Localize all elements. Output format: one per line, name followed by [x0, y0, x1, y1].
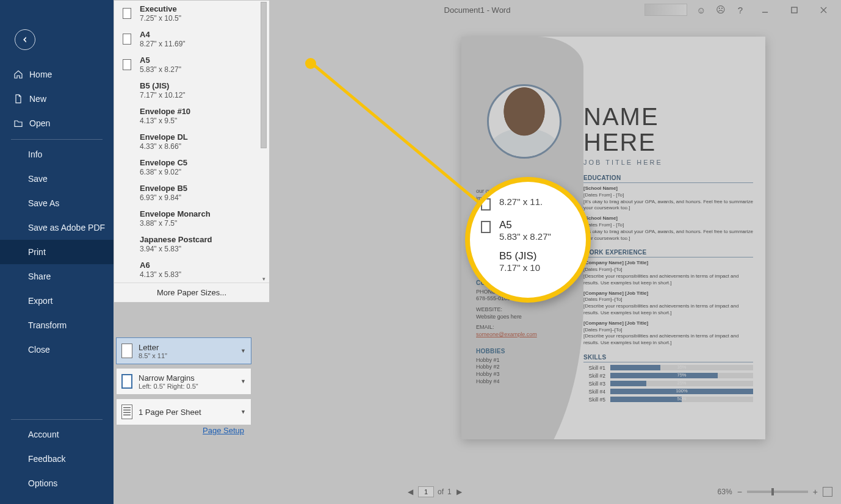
- sidebar-item-save[interactable]: Save: [0, 167, 114, 191]
- sidebar-item-save-as-adobe-pdf[interactable]: Save as Adobe PDF: [0, 215, 114, 240]
- sidebar-item-export[interactable]: Export: [0, 289, 114, 313]
- dropdown-scrollbar[interactable]: ▾: [259, 2, 268, 283]
- backstage-sidebar: HomeNewOpen InfoSaveSave AsSave as Adobe…: [0, 0, 114, 504]
- minimize-button[interactable]: [754, 2, 775, 17]
- paper-size-option[interactable]: Envelope B56.93" x 9.84": [114, 180, 269, 206]
- skill-bar: 50%: [610, 397, 753, 402]
- school-name: [School Name]: [583, 215, 753, 222]
- paper-size-dim: 8.5" x 11": [139, 352, 167, 359]
- page-icon: [123, 59, 131, 70]
- paper-size-option[interactable]: A64.13" x 5.83": [114, 257, 269, 283]
- page-total: 1: [447, 488, 452, 496]
- sidebar-item-label: Export: [28, 296, 52, 306]
- pages-per-sheet-label: 1 Page Per Sheet: [139, 408, 201, 417]
- sidebar-item-transform[interactable]: Transform: [0, 313, 114, 337]
- skill-bar: 35%: [610, 365, 753, 370]
- paper-option-dim: 4.33" x 8.66": [140, 142, 188, 151]
- zoom-to-fit-button[interactable]: [823, 487, 832, 497]
- user-account-pill[interactable]: [644, 4, 687, 16]
- skill-label: Skill #4: [583, 389, 605, 395]
- sidebar-item-open[interactable]: Open: [0, 111, 114, 135]
- mag-row3-name: B5 (JIS): [499, 250, 540, 262]
- skill-label: Skill #5: [583, 397, 605, 403]
- svg-rect-1: [791, 7, 796, 12]
- paper-option-dim: 7.17" x 10.12": [140, 91, 186, 99]
- paper-size-option[interactable]: Japanese Postcard3.94" x 5.83": [114, 231, 269, 257]
- company-line: [Company Name] [Job Title]: [583, 320, 753, 327]
- paper-size-option[interactable]: Envelope #104.13" x 9.5": [114, 103, 269, 129]
- sidebar-item-new[interactable]: New: [0, 87, 114, 111]
- paper-option-dim: 3.94" x 5.83": [140, 245, 212, 253]
- sidebar-item-home[interactable]: Home: [0, 62, 114, 87]
- sidebar-item-options[interactable]: Options: [0, 471, 114, 495]
- next-page-button[interactable]: ▶: [455, 488, 463, 496]
- page-number-input[interactable]: [418, 486, 434, 497]
- smile-feedback-icon[interactable]: ☺: [696, 4, 707, 15]
- zoom-out-button[interactable]: −: [737, 487, 742, 497]
- frown-feedback-icon[interactable]: ☹: [715, 4, 726, 15]
- paper-size-option[interactable]: Executive7.25" x 10.5": [114, 1, 269, 26]
- zoom-in-button[interactable]: +: [813, 487, 818, 497]
- paper-option-dim: 5.83" x 8.27": [140, 65, 181, 74]
- paper-option-dim: 8.27" x 11.69": [140, 40, 186, 48]
- sidebar-item-label: Save As: [28, 198, 59, 208]
- paper-option-name: Envelope #10: [140, 107, 190, 116]
- sidebar-item-share[interactable]: Share: [0, 264, 114, 289]
- sidebar-item-account[interactable]: Account: [0, 422, 114, 447]
- sidebar-divider: [11, 139, 103, 140]
- page-navigator: ◀ of 1 ▶: [406, 486, 463, 497]
- pages-per-sheet-selector[interactable]: 1 Page Per Sheet ▼: [116, 398, 251, 425]
- help-icon[interactable]: ?: [735, 4, 746, 15]
- margins-name: Narrow Margins: [139, 373, 198, 383]
- page-setup-link[interactable]: Page Setup: [114, 426, 250, 435]
- paper-size-option[interactable]: B5 (JIS)7.17" x 10.12": [114, 77, 269, 103]
- window-title: Document1 - Word: [444, 5, 511, 15]
- scrollbar-down-arrow[interactable]: ▾: [261, 275, 267, 283]
- education-desc: [It's okay to brag about your GPA, award…: [583, 199, 753, 212]
- skill-percent: 100%: [610, 388, 753, 394]
- website-value: Website goes here: [476, 314, 574, 321]
- sidebar-item-label: New: [29, 94, 46, 104]
- sidebar-item-info[interactable]: Info: [0, 142, 114, 167]
- sidebar-item-feedback[interactable]: Feedback: [0, 447, 114, 471]
- skill-row: Skill #325%: [583, 381, 753, 387]
- website-label: WEBSITE:: [476, 306, 574, 314]
- sidebar-item-close[interactable]: Close: [0, 337, 114, 362]
- paper-size-name: Letter: [139, 343, 167, 352]
- back-button[interactable]: [15, 29, 35, 50]
- more-paper-sizes[interactable]: More Paper Sizes...: [114, 283, 269, 302]
- margins-selector[interactable]: Narrow Margins Left: 0.5" Right: 0.5" ▼: [116, 368, 251, 395]
- sidebar-item-print[interactable]: Print: [0, 240, 114, 264]
- maximize-button[interactable]: [784, 2, 804, 17]
- close-button[interactable]: [813, 2, 834, 17]
- name-line-2: HERE: [583, 129, 753, 155]
- sidebar-item-label: Account: [28, 430, 59, 439]
- prev-page-button[interactable]: ◀: [406, 488, 414, 496]
- paper-size-selector[interactable]: Letter 8.5" x 11" ▼: [116, 337, 251, 364]
- zoom-slider[interactable]: [747, 491, 808, 493]
- education-desc: [It's okay to brag about your GPA, award…: [583, 229, 753, 242]
- paper-option-name: Japanese Postcard: [140, 235, 212, 244]
- name-line-1: NAME: [583, 104, 753, 129]
- scrollbar-thumb[interactable]: [261, 2, 267, 148]
- paper-size-option[interactable]: Envelope DL4.33" x 8.66": [114, 129, 269, 154]
- sidebar-item-save-as[interactable]: Save As: [0, 191, 114, 215]
- callout-dot: [305, 58, 316, 69]
- paper-option-name: Envelope B5: [140, 184, 187, 193]
- hobbies-heading: HOBBIES: [476, 347, 574, 355]
- hobby-item: Hobby #4: [476, 378, 574, 386]
- paper-size-option[interactable]: A55.83" x 8.27": [114, 52, 269, 77]
- work-dates: [Dates From]–[To]: [583, 297, 753, 303]
- skills-heading: SKILLS: [583, 354, 753, 362]
- page-icon: [481, 221, 491, 233]
- hobby-item: Hobby #3: [476, 371, 574, 378]
- paper-size-option[interactable]: A48.27" x 11.69": [114, 26, 269, 52]
- skill-percent: 75%: [610, 372, 753, 378]
- magnifier-callout: 8.27" x 11. A55.83" x 8.27" B5 (JIS)7.17…: [465, 177, 591, 303]
- paper-size-option[interactable]: Envelope Monarch3.88" x 7.5": [114, 206, 269, 231]
- main-area: Document1 - Word ☺ ☹ ? our own image in …: [114, 0, 841, 504]
- print-preview: our own image in the n. Select the image…: [394, 37, 832, 480]
- page-icon: [481, 198, 491, 211]
- paper-size-option[interactable]: Envelope C56.38" x 9.02": [114, 154, 269, 180]
- email-value: someone@example.com: [476, 331, 574, 339]
